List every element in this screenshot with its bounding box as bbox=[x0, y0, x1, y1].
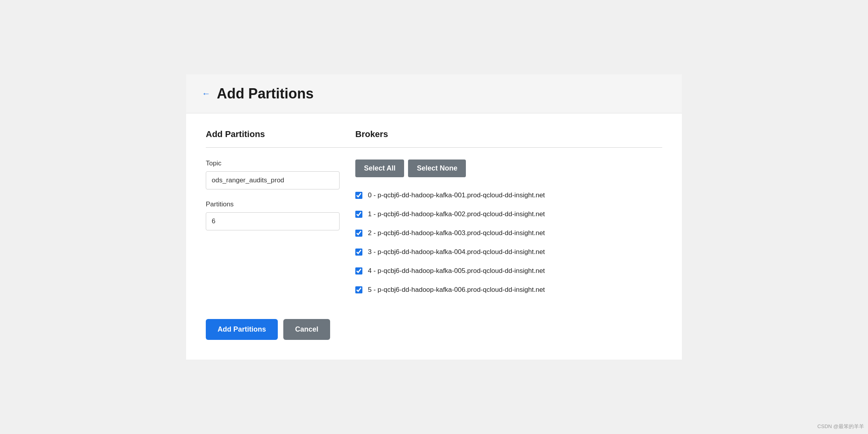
section-header-row: Add Partitions Brokers bbox=[206, 129, 662, 148]
broker-checkbox-0[interactable] bbox=[355, 192, 362, 199]
broker-text-3: 3 - p-qcbj6-dd-hadoop-kafka-004.prod-qcl… bbox=[368, 248, 545, 256]
broker-checkbox-2[interactable] bbox=[355, 230, 362, 237]
broker-actions: Select All Select None bbox=[355, 160, 662, 177]
broker-checkbox-1[interactable] bbox=[355, 211, 362, 218]
broker-text-1: 1 - p-qcbj6-dd-hadoop-kafka-002.prod-qcl… bbox=[368, 210, 545, 218]
form-left-column: Topic Partitions bbox=[206, 160, 355, 299]
broker-checkbox-3[interactable] bbox=[355, 249, 362, 256]
broker-item: 5 - p-qcbj6-dd-hadoop-kafka-006.prod-qcl… bbox=[355, 280, 662, 299]
select-all-button[interactable]: Select All bbox=[355, 160, 404, 177]
broker-checkbox-4[interactable] bbox=[355, 267, 362, 274]
select-none-button[interactable]: Select None bbox=[408, 160, 466, 177]
broker-item: 4 - p-qcbj6-dd-hadoop-kafka-005.prod-qcl… bbox=[355, 262, 662, 280]
broker-list: 0 - p-qcbj6-dd-hadoop-kafka-001.prod-qcl… bbox=[355, 186, 662, 299]
topic-input[interactable] bbox=[206, 171, 340, 189]
broker-item: 1 - p-qcbj6-dd-hadoop-kafka-002.prod-qcl… bbox=[355, 205, 662, 224]
partitions-label: Partitions bbox=[206, 200, 340, 208]
topic-field-group: Topic bbox=[206, 160, 340, 189]
page-container: ← Add Partitions Add Partitions Brokers … bbox=[186, 74, 682, 360]
brokers-section-label: Brokers bbox=[355, 129, 388, 139]
partitions-field-group: Partitions bbox=[206, 200, 340, 230]
main-content: Add Partitions Brokers Topic Partitions bbox=[186, 113, 682, 360]
add-partitions-section-label: Add Partitions bbox=[206, 129, 265, 139]
watermark: CSDN @最笨的羊羊 bbox=[817, 423, 864, 430]
broker-text-2: 2 - p-qcbj6-dd-hadoop-kafka-003.prod-qcl… bbox=[368, 229, 545, 237]
cancel-button[interactable]: Cancel bbox=[283, 319, 330, 340]
broker-text-0: 0 - p-qcbj6-dd-hadoop-kafka-001.prod-qcl… bbox=[368, 191, 545, 199]
right-section-header: Brokers bbox=[355, 129, 662, 139]
topic-label: Topic bbox=[206, 160, 340, 167]
broker-item: 3 - p-qcbj6-dd-hadoop-kafka-004.prod-qcl… bbox=[355, 243, 662, 262]
broker-text-4: 4 - p-qcbj6-dd-hadoop-kafka-005.prod-qcl… bbox=[368, 267, 545, 275]
footer-actions: Add Partitions Cancel bbox=[206, 315, 662, 340]
page-title: Add Partitions bbox=[217, 85, 314, 102]
broker-item: 2 - p-qcbj6-dd-hadoop-kafka-003.prod-qcl… bbox=[355, 224, 662, 243]
partitions-input[interactable] bbox=[206, 212, 340, 230]
form-body: Topic Partitions Select All Select None … bbox=[206, 160, 662, 299]
back-arrow-icon[interactable]: ← bbox=[202, 89, 211, 99]
broker-text-5: 5 - p-qcbj6-dd-hadoop-kafka-006.prod-qcl… bbox=[368, 286, 545, 294]
page-header: ← Add Partitions bbox=[186, 74, 682, 113]
add-partitions-button[interactable]: Add Partitions bbox=[206, 319, 278, 340]
broker-item: 0 - p-qcbj6-dd-hadoop-kafka-001.prod-qcl… bbox=[355, 186, 662, 205]
form-right-column: Select All Select None 0 - p-qcbj6-dd-ha… bbox=[355, 160, 662, 299]
left-section-header: Add Partitions bbox=[206, 129, 355, 139]
broker-checkbox-5[interactable] bbox=[355, 286, 362, 293]
